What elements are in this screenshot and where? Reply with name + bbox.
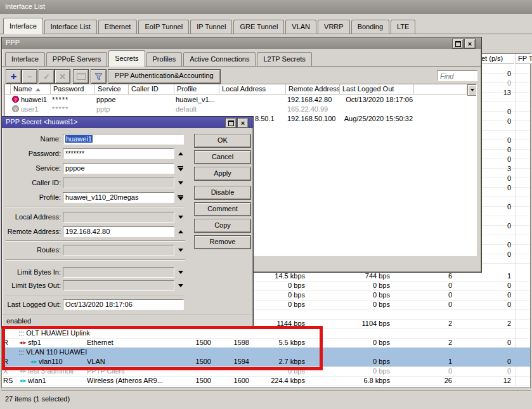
- tab-ethernet[interactable]: Ethernet: [98, 20, 138, 34]
- disable-button[interactable]: Disable: [194, 186, 251, 200]
- profile-dropdown-button[interactable]: [176, 192, 185, 203]
- sort-ascending-icon: [36, 88, 41, 91]
- tab-l2tp-secrets[interactable]: L2TP Secrets: [257, 52, 311, 66]
- routes-field[interactable]: [63, 245, 174, 256]
- column-header-spacer: [5, 84, 11, 94]
- cancel-button[interactable]: Cancel: [194, 150, 251, 164]
- tab-secrets[interactable]: Secrets: [108, 50, 145, 67]
- interface-row-vlan110[interactable]: R vlan110 VLAN 1500 1594 2.7 kbps 0 bps …: [2, 357, 530, 367]
- last-logged-out-field: Oct/13/2020 18:17:06: [63, 299, 184, 310]
- password-collapse-button[interactable]: [176, 148, 185, 159]
- secret-row-user1[interactable]: user1 ***** pptp default 165.22.40.99: [5, 105, 476, 114]
- interface-row-sfp1[interactable]: R sfp1 Ethernet 1500 1598 5.5 kbps 0 bps…: [2, 338, 530, 347]
- ppp-title: PPP: [6, 39, 20, 46]
- limit-bytes-out-label: Limit Bytes Out:: [4, 280, 61, 291]
- tab-gre-tunnel[interactable]: GRE Tunnel: [233, 20, 284, 34]
- tab-ppp-interface[interactable]: Interface: [5, 52, 45, 66]
- dialog-titlebar[interactable]: PPP Secret <huawei1>: [2, 117, 253, 128]
- comment-button[interactable]: [73, 69, 89, 84]
- limit-bytes-out-expand-button[interactable]: [176, 280, 185, 291]
- arrow-down-icon: [178, 271, 183, 274]
- item-count: 27 items (1 selected): [5, 395, 70, 403]
- arrow-down-icon: [178, 284, 183, 287]
- remote-address-field[interactable]: 192.168.42.80: [63, 226, 174, 237]
- apply-button[interactable]: Apply: [194, 167, 251, 181]
- tab-vlan[interactable]: VLAN: [285, 20, 316, 34]
- column-header-caller-id[interactable]: Caller ID: [129, 84, 174, 94]
- ppp-auth-accounting-button[interactable]: PPP Authentication&Accounting: [108, 69, 221, 84]
- column-header-last-logged-out[interactable]: Last Logged Out: [340, 84, 414, 94]
- dialog-close-button[interactable]: ×: [237, 118, 249, 128]
- caller-id-expand-button[interactable]: [176, 178, 185, 188]
- strip-value: 0: [482, 117, 511, 126]
- interface-list-titlebar[interactable]: Interface List: [0, 0, 532, 14]
- tab-active-connections[interactable]: Active Connections: [183, 52, 256, 66]
- selected-text: huawei1: [65, 135, 93, 143]
- tab-ip-tunnel[interactable]: IP Tunnel: [190, 20, 232, 34]
- column-header-fp-tx[interactable]: FP T: [516, 54, 532, 64]
- status-bar: 27 items (1 selected): [1, 390, 531, 408]
- ppp-close-button[interactable]: ×: [464, 39, 476, 49]
- limit-bytes-out-field[interactable]: [63, 280, 174, 291]
- add-button[interactable]: +: [6, 69, 22, 84]
- find-input[interactable]: [437, 70, 477, 81]
- service-field[interactable]: pppoe: [63, 163, 174, 174]
- comment-button[interactable]: Comment: [194, 202, 251, 216]
- dialog-restore-button[interactable]: [225, 118, 237, 128]
- column-header-password[interactable]: Password: [51, 84, 95, 94]
- tab-interface[interactable]: Interface: [3, 18, 43, 34]
- remove-button[interactable]: −: [22, 69, 37, 84]
- chevron-down-icon: [470, 89, 474, 91]
- remote-address-collapse-button[interactable]: [176, 226, 185, 237]
- ethernet-interface-icon: [18, 338, 28, 347]
- ok-button[interactable]: OK: [194, 134, 251, 148]
- arrow-down-icon: [178, 249, 183, 252]
- column-chooser-button[interactable]: [467, 84, 477, 96]
- routes-expand-button[interactable]: [176, 245, 185, 256]
- interface-row-disabled[interactable]: X test 3-adminolt PPTP Client 0 bps 0 bp…: [2, 367, 530, 376]
- filter-button[interactable]: [91, 69, 107, 84]
- remove-button[interactable]: Remove: [194, 235, 251, 249]
- ppp-secret-dialog: PPP Secret <huawei1> × Name: huawei1 Pas…: [1, 116, 254, 328]
- tab-bonding[interactable]: Bonding: [351, 20, 389, 34]
- tab-vrrp[interactable]: VRRP: [318, 20, 350, 34]
- ppp-titlebar[interactable]: PPP: [2, 37, 481, 49]
- last-logged-out-label: Last Logged Out:: [4, 299, 61, 310]
- secret-row-huawei1[interactable]: huawei1 ***** pppoe huawei_v1... 192.168…: [5, 95, 476, 105]
- comment-row-selected[interactable]: ::: VLAN 110 HUAWEI: [2, 347, 530, 357]
- strip-value: [482, 126, 511, 136]
- caller-id-field[interactable]: [63, 178, 174, 188]
- interface-row-wlan1[interactable]: RS wlan1 Wireless (Atheros AR9... 1500 1…: [2, 376, 530, 386]
- password-field[interactable]: *******: [63, 148, 174, 159]
- copy-button[interactable]: Copy: [194, 219, 251, 233]
- limit-bytes-in-label: Limit Bytes In:: [4, 267, 61, 278]
- interface-list-tabbar: Interface Interface List Ethernet EoIP T…: [0, 14, 532, 34]
- tab-interface-list[interactable]: Interface List: [44, 20, 97, 34]
- enable-button[interactable]: ✓: [39, 69, 55, 84]
- pptp-interface-icon: [18, 367, 28, 376]
- local-address-field[interactable]: [63, 212, 174, 223]
- tab-pppoe-servers[interactable]: PPPoE Servers: [46, 52, 107, 66]
- limit-bytes-in-expand-button[interactable]: [176, 267, 185, 278]
- column-header-name[interactable]: Name: [11, 84, 51, 94]
- column-header-remote-address[interactable]: Remote Address: [286, 84, 340, 94]
- tab-profiles[interactable]: Profiles: [146, 52, 183, 66]
- tab-lte[interactable]: LTE: [391, 20, 415, 34]
- column-header-service[interactable]: Service: [95, 84, 129, 94]
- strip-value: 0: [482, 79, 511, 88]
- profile-label: Profile:: [4, 192, 61, 203]
- service-dropdown-button[interactable]: [176, 163, 185, 174]
- name-field[interactable]: huawei1: [63, 134, 184, 145]
- column-header-packet-ps[interactable]: et (p/s): [481, 54, 514, 64]
- column-header-profile[interactable]: Profile: [174, 84, 219, 94]
- disable-button[interactable]: ✕: [55, 69, 70, 84]
- ppp-restore-button[interactable]: [452, 39, 464, 49]
- ppp-tabbar: Interface PPPoE Servers Secrets Profiles…: [2, 49, 481, 67]
- column-header-local-address[interactable]: Local Address: [219, 84, 286, 94]
- tab-eoip-tunnel[interactable]: EoIP Tunnel: [138, 20, 189, 34]
- local-address-expand-button[interactable]: [176, 212, 185, 223]
- limit-bytes-in-field[interactable]: [63, 267, 174, 278]
- profile-field[interactable]: huawei_v110_20megas: [63, 192, 174, 203]
- comment-row[interactable]: ::: OLT HUAWEI Uplink: [2, 328, 530, 338]
- strip-value: 0: [482, 69, 511, 79]
